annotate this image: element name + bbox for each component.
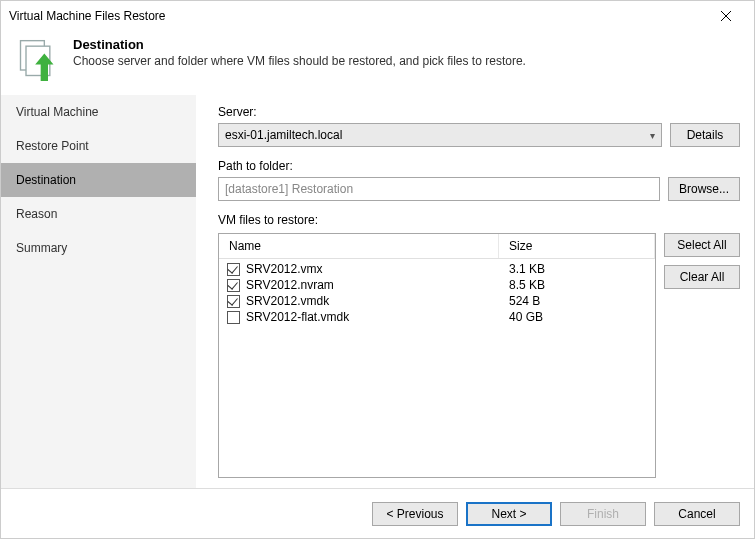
- path-label: Path to folder:: [218, 159, 740, 173]
- browse-button[interactable]: Browse...: [668, 177, 740, 201]
- server-label: Server:: [218, 105, 740, 119]
- close-button[interactable]: [706, 2, 746, 30]
- server-dropdown[interactable]: esxi-01.jamiltech.local ▾: [218, 123, 662, 147]
- path-value: [datastore1] Restoration: [225, 182, 353, 196]
- close-icon: [721, 11, 731, 21]
- wizard-main: Server: esxi-01.jamiltech.local ▾ Detail…: [196, 95, 754, 488]
- file-checkbox[interactable]: [227, 295, 240, 308]
- files-list: Name Size SRV2012.vmx3.1 KBSRV2012.nvram…: [218, 233, 656, 478]
- sidebar-item-summary[interactable]: Summary: [1, 231, 196, 265]
- file-name: SRV2012-flat.vmdk: [246, 310, 349, 324]
- file-row[interactable]: SRV2012-flat.vmdk40 GB: [219, 309, 655, 325]
- chevron-down-icon: ▾: [650, 130, 655, 141]
- file-checkbox[interactable]: [227, 263, 240, 276]
- sidebar-item-reason[interactable]: Reason: [1, 197, 196, 231]
- destination-icon: [15, 37, 59, 81]
- file-name: SRV2012.vmx: [246, 262, 322, 276]
- file-row[interactable]: SRV2012.nvram8.5 KB: [219, 277, 655, 293]
- file-name: SRV2012.nvram: [246, 278, 334, 292]
- server-value: esxi-01.jamiltech.local: [225, 128, 342, 142]
- file-size: 8.5 KB: [499, 278, 655, 292]
- file-checkbox[interactable]: [227, 279, 240, 292]
- file-row[interactable]: SRV2012.vmdk524 B: [219, 293, 655, 309]
- header-title: Destination: [73, 37, 740, 52]
- column-name[interactable]: Name: [219, 234, 499, 258]
- select-all-button[interactable]: Select All: [664, 233, 740, 257]
- details-button[interactable]: Details: [670, 123, 740, 147]
- file-checkbox[interactable]: [227, 311, 240, 324]
- wizard-sidebar: Virtual Machine Restore Point Destinatio…: [1, 95, 196, 488]
- header-description: Choose server and folder where VM files …: [73, 54, 740, 68]
- clear-all-button[interactable]: Clear All: [664, 265, 740, 289]
- sidebar-item-restore-point[interactable]: Restore Point: [1, 129, 196, 163]
- wizard-header: Destination Choose server and folder whe…: [1, 31, 754, 95]
- previous-button[interactable]: < Previous: [372, 502, 458, 526]
- file-size: 524 B: [499, 294, 655, 308]
- wizard-footer: < Previous Next > Finish Cancel: [1, 488, 754, 538]
- title-bar: Virtual Machine Files Restore: [1, 1, 754, 31]
- sidebar-item-virtual-machine[interactable]: Virtual Machine: [1, 95, 196, 129]
- path-input[interactable]: [datastore1] Restoration: [218, 177, 660, 201]
- column-size[interactable]: Size: [499, 234, 655, 258]
- sidebar-item-destination[interactable]: Destination: [1, 163, 196, 197]
- file-row[interactable]: SRV2012.vmx3.1 KB: [219, 261, 655, 277]
- file-name: SRV2012.vmdk: [246, 294, 329, 308]
- cancel-button[interactable]: Cancel: [654, 502, 740, 526]
- window-title: Virtual Machine Files Restore: [9, 9, 706, 23]
- wizard-window: Virtual Machine Files Restore Destinatio…: [0, 0, 755, 539]
- files-label: VM files to restore:: [218, 213, 740, 227]
- next-button[interactable]: Next >: [466, 502, 552, 526]
- file-size: 40 GB: [499, 310, 655, 324]
- finish-button: Finish: [560, 502, 646, 526]
- file-size: 3.1 KB: [499, 262, 655, 276]
- files-header: Name Size: [219, 234, 655, 259]
